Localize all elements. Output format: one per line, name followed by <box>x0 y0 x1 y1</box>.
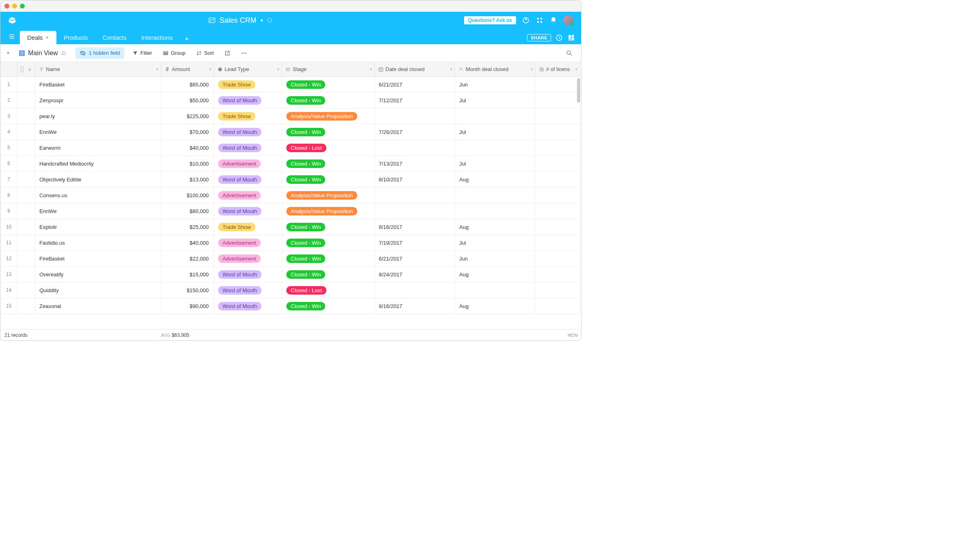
row-expand[interactable] <box>17 140 35 156</box>
cell-licenses[interactable] <box>536 140 580 156</box>
vertical-scrollbar[interactable] <box>577 78 580 103</box>
cell-licenses[interactable] <box>536 235 580 251</box>
cell-amount[interactable]: $40,000 <box>161 140 214 156</box>
row-expand[interactable] <box>17 93 35 108</box>
cell-licenses[interactable] <box>536 93 580 108</box>
cell-name[interactable]: Exploitr <box>35 219 161 235</box>
cell-lead-type[interactable]: Trade Show <box>214 219 282 235</box>
cell-amount[interactable]: $90,000 <box>161 298 214 314</box>
column-dropdown-icon[interactable]: ▼ <box>156 67 159 71</box>
cell-date-closed[interactable]: 7/13/2017 <box>375 156 455 172</box>
row-expand[interactable] <box>17 108 35 124</box>
cell-amount[interactable]: $70,000 <box>161 124 214 140</box>
cell-date-closed[interactable] <box>375 140 455 156</box>
cell-month-closed[interactable]: Jul <box>455 93 536 108</box>
cell-name[interactable]: Earworm <box>35 140 161 156</box>
cell-lead-type[interactable]: Advertisement <box>214 251 282 267</box>
row-expand[interactable] <box>17 187 35 203</box>
cell-amount[interactable]: $13,000 <box>161 172 214 187</box>
column-header-date-deal-closed[interactable]: 31Date deal closed▼ <box>375 62 455 77</box>
cell-amount[interactable]: $80,000 <box>161 203 214 219</box>
column-header-name[interactable]: Name▼ <box>35 62 161 77</box>
cell-lead-type[interactable]: Word of Mouth <box>214 267 282 282</box>
ask-us-button[interactable]: Questions? Ask us <box>464 16 516 24</box>
cell-stage[interactable]: Closed - Win <box>282 298 375 314</box>
view-switcher[interactable]: Main View <box>16 48 70 58</box>
logo-icon[interactable] <box>8 16 17 25</box>
cell-licenses[interactable] <box>536 124 580 140</box>
title-dropdown-icon[interactable]: ▼ <box>259 18 264 23</box>
cell-name[interactable]: Fastidio.us <box>35 235 161 251</box>
row-expand[interactable] <box>17 203 35 219</box>
hidden-fields-button[interactable]: 1 hidden field <box>76 47 124 59</box>
cell-date-closed[interactable] <box>375 108 455 124</box>
cell-licenses[interactable] <box>536 251 580 267</box>
cell-date-closed[interactable]: 7/26/2017 <box>375 124 455 140</box>
cell-amount[interactable]: $100,000 <box>161 187 214 203</box>
row-expand[interactable] <box>17 124 35 140</box>
cell-date-closed[interactable] <box>375 282 455 298</box>
app-title[interactable]: Sales CRM <box>219 16 256 25</box>
cell-licenses[interactable] <box>536 77 580 93</box>
cell-amount[interactable]: $225,000 <box>161 108 214 124</box>
sort-button[interactable]: Sort <box>194 48 216 58</box>
cell-lead-type[interactable]: Word of Mouth <box>214 172 282 187</box>
row-expand[interactable] <box>17 282 35 298</box>
row-number[interactable]: 12 <box>0 251 17 267</box>
cell-licenses[interactable] <box>536 156 580 172</box>
cell-month-closed[interactable] <box>455 203 536 219</box>
cell-name[interactable]: EnnWe <box>35 124 161 140</box>
row-number[interactable]: 9 <box>0 203 17 219</box>
cell-month-closed[interactable]: Jul <box>455 235 536 251</box>
row-expand[interactable] <box>17 156 35 172</box>
row-number[interactable]: 11 <box>0 235 17 251</box>
cell-stage[interactable]: Analysis/Value Proposition <box>282 203 375 219</box>
row-expand[interactable] <box>17 298 35 314</box>
row-number[interactable]: 1 <box>0 77 17 93</box>
row-expand[interactable] <box>17 235 35 251</box>
cell-licenses[interactable] <box>536 203 580 219</box>
cell-licenses[interactable] <box>536 172 580 187</box>
history-icon[interactable] <box>555 34 563 42</box>
cell-month-closed[interactable] <box>455 140 536 156</box>
cell-stage[interactable]: Analysis/Value Proposition <box>282 108 375 124</box>
cell-lead-type[interactable]: Advertisement <box>214 187 282 203</box>
row-number[interactable]: 13 <box>0 267 17 282</box>
row-number[interactable]: 10 <box>0 219 17 235</box>
cell-date-closed[interactable]: 6/21/2017 <box>375 251 455 267</box>
row-expand[interactable] <box>17 172 35 187</box>
cell-stage[interactable]: Closed - Lost <box>282 282 375 298</box>
cell-amount[interactable]: $40,000 <box>161 235 214 251</box>
share-button[interactable]: SHARE <box>527 34 551 41</box>
cell-name[interactable]: Consens.us <box>35 187 161 203</box>
cell-date-closed[interactable] <box>375 187 455 203</box>
row-number[interactable]: 4 <box>0 124 17 140</box>
cell-stage[interactable]: Closed - Win <box>282 93 375 108</box>
row-number[interactable]: 8 <box>0 187 17 203</box>
column-header--of-licens[interactable]: # of licens▼ <box>536 62 580 77</box>
row-number[interactable]: 14 <box>0 282 17 298</box>
cell-lead-type[interactable]: Word of Mouth <box>214 93 282 108</box>
hamburger-menu-icon[interactable] <box>6 31 17 42</box>
cell-amount[interactable]: $25,000 <box>161 219 214 235</box>
share-view-icon[interactable] <box>222 49 233 58</box>
cell-amount[interactable]: $15,000 <box>161 267 214 282</box>
cell-lead-type[interactable]: Word of Mouth <box>214 140 282 156</box>
cell-name[interactable]: Zeasonal <box>35 298 161 314</box>
cell-amount[interactable]: $50,000 <box>161 93 214 108</box>
row-number[interactable]: 7 <box>0 172 17 187</box>
cell-name[interactable]: Handcrafted Mediocrity <box>35 156 161 172</box>
collaborators-icon[interactable] <box>60 50 67 57</box>
cell-stage[interactable]: Closed - Win <box>282 251 375 267</box>
cell-lead-type[interactable]: Trade Show <box>214 108 282 124</box>
cell-stage[interactable]: Closed - Win <box>282 235 375 251</box>
column-dropdown-icon[interactable]: ▼ <box>449 67 453 71</box>
column-header-amount[interactable]: Amount▼ <box>161 62 214 77</box>
cell-stage[interactable]: Closed - Win <box>282 219 375 235</box>
cell-licenses[interactable] <box>536 298 580 314</box>
cell-name[interactable]: pear.ly <box>35 108 161 124</box>
cell-name[interactable]: FireBasket <box>35 251 161 267</box>
tab-contacts[interactable]: Contacts <box>95 31 134 44</box>
apps-icon[interactable] <box>536 16 544 24</box>
row-expand[interactable] <box>17 219 35 235</box>
